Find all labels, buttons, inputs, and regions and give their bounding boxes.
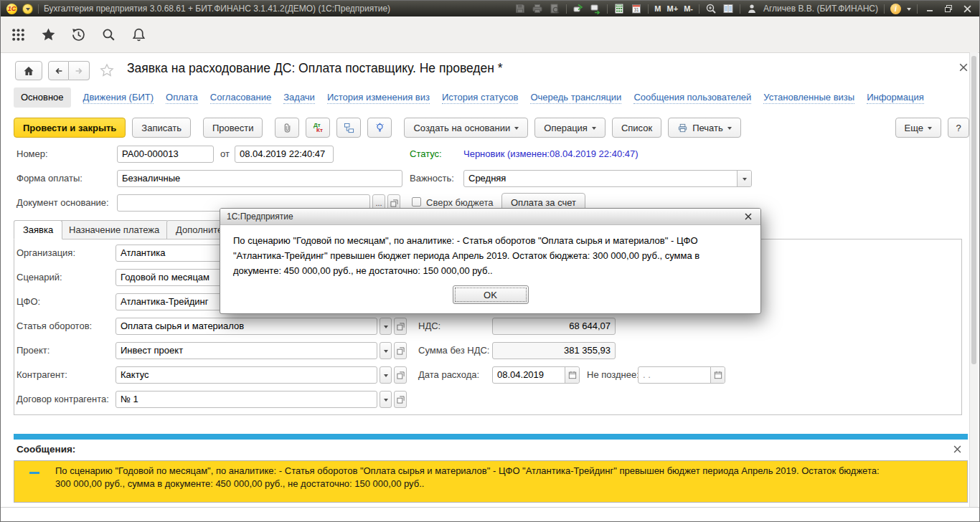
organization-label: Организация: [17,245,75,262]
tab-soglasovanie[interactable]: Согласование [210,92,271,104]
restore-button[interactable] [942,3,955,14]
go-to-link-icon[interactable] [590,3,601,14]
counterparty-field[interactable]: Кактус [116,366,377,384]
create-on-basis-button[interactable]: Создать на основании [404,118,528,138]
favorites-star-icon[interactable] [41,27,56,42]
messages-close-button[interactable] [951,443,963,455]
tab-zayavka[interactable]: Заявка [14,220,62,239]
importance-select[interactable]: Средняя [463,170,752,187]
not-later-field[interactable]: . . [638,366,725,384]
project-open-button[interactable] [394,342,407,359]
payment-form-field[interactable]: Безналичные [117,170,402,187]
apps-grid-icon[interactable] [11,27,26,42]
page-title: Заявка на расходование ДС: Оплата постав… [127,61,503,76]
scenario-label: Сценарий: [17,269,62,286]
add-to-favorites-star-icon[interactable] [100,63,114,80]
warning-dialog: 1С:Предприятие По сценарию "Годовой по м… [220,208,761,314]
post-button[interactable]: Провести [203,118,263,138]
dt-kt-postings-button[interactable]: ДтКт [306,118,330,138]
scrollbar-thumb[interactable] [971,56,976,364]
base-doc-label: Документ основание: [17,194,109,212]
print-icon[interactable] [532,3,543,14]
dialog-ok-button[interactable]: OK [453,285,529,304]
contract-field[interactable]: № 1 [116,391,377,408]
split-window-icon[interactable] [722,3,734,14]
tab-zadachi[interactable]: Задачи [283,92,315,104]
counterparty-dropdown-button[interactable] [380,366,392,384]
turnover-item-field[interactable]: Оплата сырья и материалов [116,318,377,335]
tab-oplata[interactable]: Оплата [166,92,198,104]
history-icon[interactable] [71,27,86,42]
info-dropdown-icon[interactable] [907,8,911,13]
dialog-titlebar: 1С:Предприятие [220,209,760,225]
project-field[interactable]: Инвест проект [116,342,377,359]
memory-recall-button[interactable]: M [654,3,661,14]
over-budget-checkbox[interactable] [412,197,421,207]
more-button[interactable]: Еще [895,118,941,138]
notifications-bell-icon[interactable] [131,27,146,42]
chevron-down-icon [727,127,732,132]
vertical-scrollbar[interactable] [969,52,978,507]
messages-header: Сообщения: [17,444,75,455]
message-item[interactable]: По сценарию "Годовой по месяцам", по ана… [14,460,968,503]
expense-date-calendar-button[interactable] [565,367,579,383]
tab-soobsheniya-polzovateley[interactable]: Сообщения пользователей [633,92,751,104]
tab-naznachenie-platezha[interactable]: Назначение платежа [60,220,169,239]
write-button[interactable]: Записать [132,118,191,138]
turnover-item-dropdown-button[interactable] [380,318,392,335]
divider [699,4,699,14]
close-document-button[interactable] [957,61,970,74]
contract-dropdown-button[interactable] [380,391,392,408]
attachments-button[interactable] [275,118,299,138]
operation-button[interactable]: Операция [534,118,606,138]
memory-minus-button[interactable]: M- [684,3,693,14]
dialog-close-button[interactable] [743,211,754,222]
chevron-down-icon [384,326,388,331]
info-icon[interactable]: i [890,4,901,14]
tab-osnovnoe[interactable]: Основное [14,87,71,108]
tab-ochered-translyacii[interactable]: Очередь трансляции [530,92,621,104]
project-dropdown-button[interactable] [380,342,392,359]
not-later-value: . . [643,369,651,380]
importance-dropdown-button[interactable] [737,171,751,186]
tab-dvizheniya-bit[interactable]: Движения (БИТ) [83,92,154,104]
document-structure-button[interactable] [336,118,361,138]
not-later-calendar-button[interactable] [710,367,725,383]
close-window-button[interactable] [961,3,974,14]
vat-field[interactable]: 68 644,07 [492,318,616,335]
zoom-icon[interactable] [705,3,717,14]
calculator-icon[interactable] [613,3,625,14]
window-title: Бухгалтерия предприятия 3.0.68.61 + БИТ.… [44,4,390,14]
tab-istoriya-statusov[interactable]: История статусов [442,92,519,104]
status-value: Черновик (изменен:08.04.2019 22:40:47) [463,146,639,163]
list-button[interactable]: Список [612,118,661,138]
help-button[interactable]: ? [948,118,969,138]
expense-date-field[interactable]: 08.04.2019 [492,366,580,384]
turnover-item-open-button[interactable] [394,318,407,335]
tab-istoriya-viz[interactable]: История изменения виз [327,92,430,104]
document-datetime-field[interactable]: 08.04.2019 22:40:47 [235,146,334,163]
tab-ustanovlennye-vizy[interactable]: Установленные визы [763,92,854,104]
counterparty-open-button[interactable] [394,366,407,384]
print-button[interactable]: Печать [668,118,741,138]
calendar-icon[interactable]: 31 [631,3,642,14]
home-button[interactable] [15,61,42,80]
search-icon[interactable] [101,27,116,42]
number-label: Номер: [17,146,48,163]
forward-button[interactable] [69,61,90,80]
post-and-close-button[interactable]: Провести и закрыть [14,118,126,138]
from-label: от [220,146,230,163]
memory-plus-button[interactable]: M+ [667,3,679,14]
hints-button[interactable] [367,118,392,138]
main-menu-button[interactable] [22,4,33,14]
minimize-button[interactable] [923,3,936,14]
get-link-icon[interactable] [573,3,584,14]
sum-no-vat-field[interactable]: 381 355,93 [492,342,616,359]
back-button[interactable] [48,61,69,80]
tab-informaciya[interactable]: Информация [867,92,924,104]
number-field[interactable]: РА00-000013 [117,146,214,163]
save-icon[interactable] [514,3,526,14]
contract-open-button[interactable] [394,391,407,408]
open-in-window-icon [397,396,405,404]
print-preview-icon[interactable] [549,3,560,14]
